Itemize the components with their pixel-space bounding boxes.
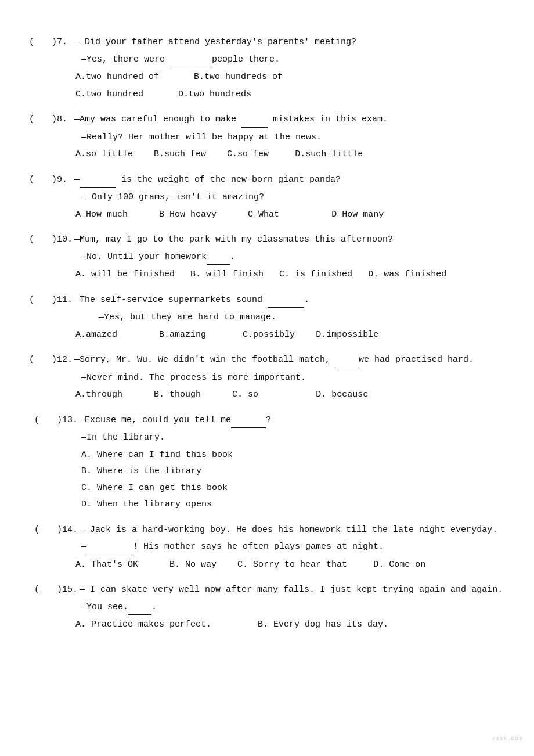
q12-bracket: ( ) [29,352,57,368]
q13-bracket: ( ) [29,413,62,428]
question-11: ( ) 11. —The self-service supermarkets s… [29,293,505,343]
q10-optB: B. will finish [190,269,274,279]
q10-bracket: ( ) [29,232,57,247]
question-14: ( ) 14. — Jack is a hard-working boy. He… [29,523,505,573]
q7-number: 7. [57,35,74,50]
q9-prompt: — is the weight of the new-born giant pa… [74,172,505,188]
q13-number: 13. [62,413,80,428]
q13-optC: C. Where I can get this book [29,481,505,496]
question-12: ( ) 12. —Sorry, Mr. Wu. We didn't win th… [29,352,505,402]
q7-options-row2: C.two hundred D.two hundreds [29,87,505,102]
q7-answer: —Yes, there were people there. [29,52,505,68]
q11-options: A.amazed B.amazing C.possibly D.impossib… [29,327,505,343]
q11-answer: —Yes, but they are hard to manage. [29,310,505,325]
q12-number: 12. [57,352,74,368]
q11-optB: B.amazing [159,330,237,340]
question-15: ( ) 15. — I can skate very well now afte… [29,582,505,632]
q10-answer: —No. Until your homework . [29,250,505,265]
q7-optD: D.two hundreds [178,87,251,102]
q14-optB: B. No way [169,560,232,570]
q15-optB: B. Every dog has its day. [258,617,388,632]
q12-options: A.through B. though C. so D. because [29,387,505,402]
q7-optA: A.two hundred of [75,70,159,85]
q8-prompt: —Amy was careful enough to make mistakes… [74,112,505,128]
q11-bracket: ( ) [29,293,57,308]
q15-number: 15. [62,582,80,597]
q11-prompt: —The self-service supermarkets sound . [74,293,505,308]
q14-options: A. That's OK B. No way C. Sorry to hear … [29,557,505,573]
q10-optA: A. will be finished [75,269,185,279]
q12-answer: —Never mind. The process is more importa… [29,370,505,386]
q10-number: 10. [57,232,74,247]
q9-number: 9. [57,172,74,188]
q13-prompt: —Excuse me, could you tell me ? [80,413,505,429]
q12-optA: A.through [75,390,149,399]
q8-answer: —Really? Her mother will be happy at the… [29,130,505,145]
q9-optA: A How much [75,210,154,219]
q7-options-row1: A.two hundred of B.two hundreds of [29,70,505,85]
q13-optD: D. When the library opens [29,497,505,512]
q10-optC: C. is finished [279,269,363,279]
q10-prompt: —Mum, may I go to the park with my class… [74,232,505,247]
q9-optB: B How heavy [159,210,243,219]
q9-bracket: ( ) [29,172,57,188]
q8-number: 8. [57,112,74,127]
exam-content: ( ) 7. — Did your father attend yesterda… [29,35,505,632]
q14-answer: — ! His mother says he often plays games… [29,539,505,555]
q10-optD: D. was finished [368,269,446,279]
q12-prompt: —Sorry, Mr. Wu. We didn't win the footba… [74,352,505,368]
q8-optB: B.such few [154,149,222,159]
q15-prompt: — I can skate very well now after many f… [80,582,505,597]
q11-optD: D.impossible [316,330,378,340]
q7-optB: B.two hundreds of [194,70,283,85]
q14-optD: D. Come on [373,560,425,570]
question-13: ( ) 13. —Excuse me, could you tell me ? … [29,413,505,512]
watermark: zxxk.com [492,733,522,744]
question-8: ( ) 8. —Amy was careful enough to make m… [29,112,505,162]
q9-optC: C What [248,210,326,219]
q15-bracket: ( ) [29,582,62,597]
question-7: ( ) 7. — Did your father attend yesterda… [29,35,505,102]
q9-options: A How much B How heavy C What D How many [29,207,505,222]
q7-prompt: — Did your father attend yesterday's par… [74,35,505,50]
question-9: ( ) 9. — is the weight of the new-born g… [29,172,505,222]
q13-optA: A. Where can I find this book [29,448,505,463]
q8-optA: A.so little [75,149,149,159]
q14-prompt: — Jack is a hard-working boy. He does hi… [80,523,505,538]
q14-optC: C. Sorry to hear that [237,560,368,570]
q15-answer: —You see. . [29,600,505,615]
q11-optC: C.possibly [243,330,311,340]
q7-blank [170,52,212,68]
q11-optA: A.amazed [75,330,154,340]
q8-optC: C.so few [227,149,290,159]
q14-number: 14. [62,523,80,538]
q15-optA: A. Practice makes perfect. [75,617,211,632]
q11-number: 11. [57,293,74,308]
q8-optD: D.such little [295,149,363,159]
q12-optC: C. so [232,390,311,399]
q9-optD: D How many [331,210,384,219]
q7-optC: C.two hundred [75,87,143,102]
q8-options: A.so little B.such few C.so few D.such l… [29,147,505,162]
q15-options: A. Practice makes perfect. B. Every dog … [29,617,505,632]
q9-answer: — Only 100 grams, isn't it amazing? [29,190,505,205]
q7-bracket: ( ) [29,35,57,50]
q12-optD: D. because [316,390,368,399]
q10-options: A. will be finished B. will finish C. is… [29,267,505,282]
q14-bracket: ( ) [29,523,62,538]
q14-optA: A. That's OK [75,560,164,570]
q13-optB: B. Where is the library [29,464,505,479]
q8-bracket: ( ) [29,112,57,127]
question-10: ( ) 10. —Mum, may I go to the park with … [29,232,505,282]
q12-optB: B. though [154,390,227,399]
q13-answer: —In the library. [29,430,505,445]
